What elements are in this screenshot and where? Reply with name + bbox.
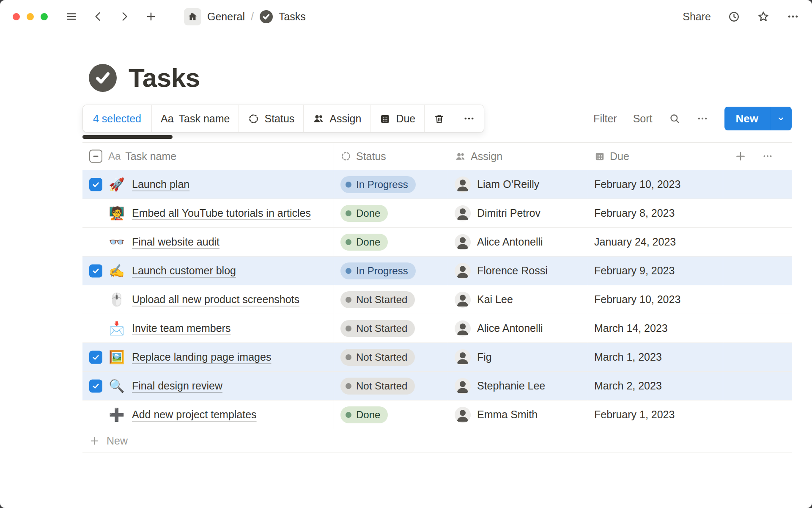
task-name-cell[interactable]: 🖱️ Upload all new product screenshots: [82, 285, 334, 314]
table-row[interactable]: 🧑‍🏫 Embed all YouTube tutorials in artic…: [82, 199, 792, 228]
assign-cell[interactable]: Kai Lee: [448, 285, 588, 314]
view-more-icon[interactable]: [697, 113, 708, 124]
row-checkbox[interactable]: [89, 351, 102, 364]
status-pill[interactable]: Not Started: [340, 320, 415, 337]
breadcrumb-section[interactable]: General: [207, 11, 245, 23]
assign-cell[interactable]: Alice Antonelli: [448, 228, 588, 256]
status-cell[interactable]: Done: [334, 228, 448, 256]
status-cell[interactable]: Not Started: [334, 372, 448, 400]
search-icon[interactable]: [669, 113, 680, 124]
sidebar-menu-icon[interactable]: [66, 11, 77, 22]
horizontal-scroll-indicator[interactable]: [82, 135, 173, 139]
forward-icon[interactable]: [119, 11, 130, 22]
table-row[interactable]: 👓 Final website audit Done Alice Antonel…: [82, 228, 792, 257]
status-pill[interactable]: Not Started: [340, 349, 415, 366]
task-name-link[interactable]: Upload all new product screenshots: [132, 293, 299, 306]
due-cell[interactable]: February 9, 2023: [588, 257, 723, 285]
page-title-icon[interactable]: [89, 64, 117, 92]
status-pill[interactable]: Done: [340, 205, 388, 222]
column-header-status[interactable]: Status: [334, 143, 448, 170]
status-cell[interactable]: In Progress: [334, 257, 448, 285]
status-pill[interactable]: In Progress: [340, 262, 416, 279]
assign-cell[interactable]: Alice Antonelli: [448, 314, 588, 342]
minimize-window-button[interactable]: [27, 13, 34, 20]
zoom-window-button[interactable]: [41, 13, 48, 20]
table-row[interactable]: 🖱️ Upload all new product screenshots No…: [82, 285, 792, 314]
task-name-cell[interactable]: 👓 Final website audit: [82, 228, 334, 256]
sort-button[interactable]: Sort: [633, 113, 653, 125]
due-cell[interactable]: February 10, 2023: [588, 285, 723, 314]
table-row[interactable]: 🚀 Launch plan In Progress Liam O’Reilly …: [82, 170, 792, 199]
history-clock-icon[interactable]: [728, 11, 740, 23]
selected-count-button[interactable]: 4 selected: [83, 105, 152, 132]
toolbar-field-task-name[interactable]: Aa Task name: [152, 105, 239, 132]
table-row[interactable]: 📩 Invite team members Not Started Alice …: [82, 314, 792, 343]
task-name-link[interactable]: Add new project templates: [132, 409, 257, 421]
row-checkbox[interactable]: [89, 264, 102, 277]
assign-cell[interactable]: Florence Rossi: [448, 257, 588, 285]
new-dropdown-button[interactable]: [770, 107, 792, 130]
status-pill[interactable]: Not Started: [340, 291, 415, 308]
due-cell[interactable]: February 1, 2023: [588, 400, 723, 429]
table-row[interactable]: 🔍 Final design review Not Started Stepha…: [82, 372, 792, 400]
status-pill[interactable]: Done: [340, 234, 388, 251]
home-icon[interactable]: [184, 8, 201, 25]
task-name-link[interactable]: Launch plan: [132, 178, 189, 190]
assign-cell[interactable]: Liam O’Reilly: [448, 170, 588, 199]
toolbar-field-due[interactable]: Due: [370, 105, 425, 132]
page-title[interactable]: Tasks: [129, 63, 200, 93]
task-name-link[interactable]: Final website audit: [132, 236, 219, 248]
status-cell[interactable]: Done: [334, 199, 448, 227]
status-cell[interactable]: Not Started: [334, 343, 448, 371]
task-name-cell[interactable]: 🧑‍🏫 Embed all YouTube tutorials in artic…: [82, 199, 334, 227]
task-name-cell[interactable]: 🖼️ Replace landing page images: [82, 343, 334, 371]
task-name-cell[interactable]: ➕ Add new project templates: [82, 400, 334, 429]
assign-cell[interactable]: Dimitri Petrov: [448, 199, 588, 227]
task-name-link[interactable]: Launch customer blog: [132, 265, 236, 277]
column-header-due[interactable]: Due: [588, 143, 723, 170]
status-pill[interactable]: In Progress: [340, 176, 416, 193]
add-column-icon[interactable]: [734, 150, 747, 163]
new-tab-icon[interactable]: [145, 11, 157, 22]
table-options-icon[interactable]: [762, 151, 773, 162]
due-cell[interactable]: January 24, 2023: [588, 228, 723, 256]
task-name-cell[interactable]: 🚀 Launch plan: [82, 170, 334, 199]
status-cell[interactable]: Done: [334, 400, 448, 429]
more-options-icon[interactable]: [787, 10, 799, 23]
delete-selected-button[interactable]: [425, 105, 454, 132]
task-name-cell[interactable]: 🔍 Final design review: [82, 372, 334, 400]
new-row-button[interactable]: New: [82, 429, 792, 453]
status-pill[interactable]: Done: [340, 406, 388, 423]
task-name-link[interactable]: Replace landing page images: [132, 351, 271, 363]
assign-cell[interactable]: Fig: [448, 343, 588, 371]
due-cell[interactable]: March 1, 2023: [588, 343, 723, 371]
status-cell[interactable]: Not Started: [334, 285, 448, 314]
status-cell[interactable]: Not Started: [334, 314, 448, 342]
new-button[interactable]: New: [724, 107, 770, 130]
assign-cell[interactable]: Stephanie Lee: [448, 372, 588, 400]
share-button[interactable]: Share: [683, 11, 711, 23]
row-checkbox[interactable]: [89, 379, 102, 392]
select-all-checkbox[interactable]: [89, 150, 102, 163]
back-icon[interactable]: [93, 11, 104, 22]
due-cell[interactable]: February 10, 2023: [588, 170, 723, 199]
toolbar-field-status[interactable]: Status: [239, 105, 304, 132]
row-checkbox[interactable]: [89, 178, 102, 191]
due-cell[interactable]: February 8, 2023: [588, 199, 723, 227]
task-name-link[interactable]: Final design review: [132, 380, 222, 392]
task-name-link[interactable]: Invite team members: [132, 322, 230, 334]
column-header-assign[interactable]: Assign: [448, 143, 588, 170]
task-name-link[interactable]: Embed all YouTube tutorials in articles: [132, 207, 311, 219]
table-row[interactable]: ✍️ Launch customer blog In Progress Flor…: [82, 257, 792, 285]
column-header-task-name[interactable]: Aa Task name: [82, 143, 334, 170]
table-row[interactable]: 🖼️ Replace landing page images Not Start…: [82, 343, 792, 372]
toolbar-field-assign[interactable]: Assign: [304, 105, 370, 132]
toolbar-more-button[interactable]: [454, 105, 484, 132]
favorite-star-icon[interactable]: [757, 10, 770, 23]
due-cell[interactable]: March 2, 2023: [588, 372, 723, 400]
filter-button[interactable]: Filter: [593, 113, 617, 125]
close-window-button[interactable]: [13, 13, 20, 20]
status-pill[interactable]: Not Started: [340, 378, 415, 395]
table-row[interactable]: ➕ Add new project templates Done Emma Sm…: [82, 400, 792, 429]
task-name-cell[interactable]: ✍️ Launch customer blog: [82, 257, 334, 285]
